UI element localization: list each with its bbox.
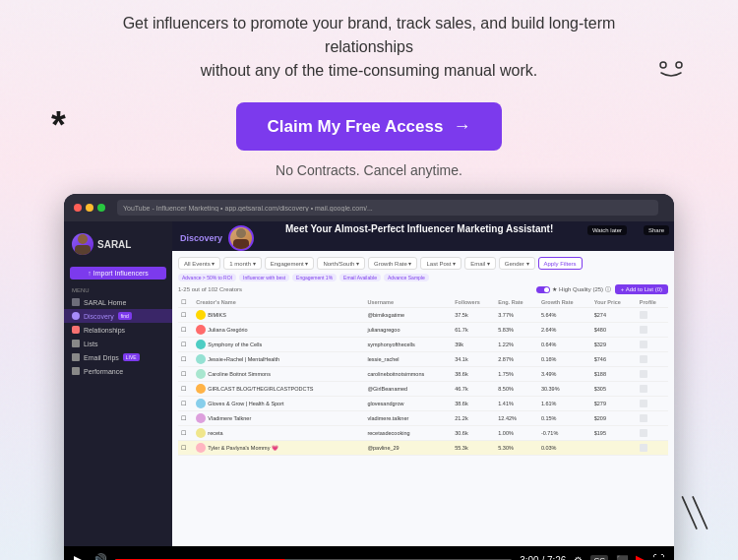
row-name: Gloves & Grow | Health & Sport <box>193 397 364 411</box>
row-price: $279 <box>591 397 637 411</box>
sidebar-item-performance[interactable]: Performance <box>64 364 172 378</box>
row-profile-action[interactable] <box>637 426 668 441</box>
row-eng-rate: 1.22% <box>495 338 538 352</box>
filter-gender[interactable]: Gender ▾ <box>499 257 535 270</box>
filter-last-post[interactable]: Last Post ▾ <box>420 257 461 270</box>
video-player[interactable]: YouTube - Influencer Marketing • app.get… <box>64 194 674 560</box>
cta-arrow: → <box>453 116 470 137</box>
row-username: julianagregoo <box>364 323 452 338</box>
svg-point-0 <box>660 62 666 68</box>
row-checkbox[interactable]: ☐ <box>178 352 193 367</box>
settings-icon[interactable]: ⚙ <box>574 555 583 561</box>
row-checkbox[interactable]: ☐ <box>178 411 193 426</box>
browser-chrome: YouTube - Influencer Marketing • app.get… <box>64 194 674 221</box>
no-contracts-text: No Contracts. Cancel anytime. <box>276 162 462 178</box>
row-username: carolineboitnotsimmons <box>364 367 452 382</box>
filter-1-month[interactable]: 1 month ▾ <box>223 257 261 270</box>
row-profile-action[interactable] <box>637 323 668 338</box>
col-profile: Profile <box>637 297 668 308</box>
pill-engagement: Engagement 1% <box>292 274 337 281</box>
table-header: ☐ Creator's Name Username Followers Eng.… <box>178 297 668 308</box>
row-checkbox[interactable]: ☐ <box>178 308 193 323</box>
app-sidebar: SARAL ↑ Import Influencers Menu SARAL Ho… <box>64 221 172 546</box>
row-name: Symphony of the Cells <box>193 338 364 352</box>
table-row: ☐ BIMIKS @bimiksgatime 37.5k 3.77% 5.64%… <box>178 308 668 323</box>
row-checkbox[interactable]: ☐ <box>178 338 193 352</box>
row-profile-action[interactable] <box>637 382 668 397</box>
table-area: All Events ▾ 1 month ▾ Engagement ▾ Nort… <box>172 251 674 546</box>
pill-best: Influencer with best <box>239 274 289 281</box>
section-title: Discovery <box>180 233 222 243</box>
row-checkbox[interactable]: ☐ <box>178 441 193 456</box>
watch-later-button[interactable]: Watch later <box>587 225 627 235</box>
row-profile-action[interactable] <box>637 397 668 411</box>
filter-all-events[interactable]: All Events ▾ <box>178 257 220 270</box>
row-name: Jessie+Rachel | MentalHealth <box>193 352 364 367</box>
sidebar-discovery-label: Discovery <box>84 313 114 320</box>
row-profile-action[interactable] <box>637 441 668 456</box>
row-price: $305 <box>591 382 637 397</box>
app-main: Discovery Meet Your Almost-Perfect Influ… <box>172 221 674 546</box>
row-profile-action[interactable] <box>637 367 668 382</box>
row-eng-rate: 12.42% <box>495 411 538 426</box>
close-button[interactable] <box>74 204 82 212</box>
apply-filters-button[interactable]: Apply Filters <box>538 257 583 270</box>
volume-icon[interactable]: 🔊 <box>92 553 107 560</box>
cc-badge[interactable]: CC <box>590 555 608 561</box>
row-name: Tyler & Pavlyna's Mommy 💗 <box>193 441 364 456</box>
share-button[interactable]: Share <box>644 225 669 235</box>
sidebar-lists-label: Lists <box>84 341 97 347</box>
cta-button[interactable]: Claim My Free Access → <box>236 102 503 151</box>
video-controls[interactable]: ▶ 🔊 3:00 / 7:26 ⚙ CC ⬛ ▶ ⛶ <box>64 546 674 560</box>
maximize-button[interactable] <box>97 204 105 212</box>
list-icon <box>72 340 80 347</box>
discovery-badge: find <box>118 312 132 320</box>
row-name: receta <box>193 426 364 441</box>
filter-region[interactable]: North/South ▾ <box>317 257 365 270</box>
row-checkbox[interactable]: ☐ <box>178 426 193 441</box>
table-row: ☐ Caroline Boitnot Simmons carolineboitn… <box>178 367 668 382</box>
row-price: $195 <box>591 426 637 441</box>
row-name: Caroline Boitnot Simmons <box>193 367 364 382</box>
filter-engagement[interactable]: Engagement ▾ <box>265 257 315 270</box>
filter-email[interactable]: Email ▾ <box>464 257 496 270</box>
sidebar-item-discovery[interactable]: Discovery find <box>64 309 172 323</box>
app-heading-row: Discovery Meet Your Almost-Perfect Influ… <box>172 221 674 251</box>
table-row: ☐ Vladimere Talkner vladimere.talkner 21… <box>178 411 668 426</box>
pill-roi: Advance > 50% to ROI <box>178 274 236 281</box>
filter-growth[interactable]: Growth Rate ▾ <box>368 257 417 270</box>
row-profile-action[interactable] <box>637 338 668 352</box>
app-screenshot: SARAL ↑ Import Influencers Menu SARAL Ho… <box>64 221 674 546</box>
sidebar-item-email-drips[interactable]: Email Drips LIVE <box>64 350 172 364</box>
row-eng-rate: 1.41% <box>495 397 538 411</box>
high-quality-toggle[interactable]: ★ High Quality (25) ⓘ <box>536 285 610 294</box>
row-growth-rate: 30.39% <box>538 382 591 397</box>
import-button[interactable]: ↑ Import Influencers <box>70 267 166 280</box>
pill-email: Email Available <box>339 274 381 281</box>
sidebar-item-relationships[interactable]: Relationships <box>64 323 172 337</box>
row-profile-action[interactable] <box>637 352 668 367</box>
video-title: Meet Your Almost-Perfect Influencer Mark… <box>285 223 556 234</box>
row-price: $274 <box>591 308 637 323</box>
row-profile-action[interactable] <box>637 308 668 323</box>
row-profile-action[interactable] <box>637 411 668 426</box>
toggle-switch[interactable] <box>536 286 550 293</box>
row-checkbox[interactable]: ☐ <box>178 367 193 382</box>
minimize-button[interactable] <box>86 204 93 212</box>
play-button[interactable]: ▶ <box>74 552 85 560</box>
row-eng-rate: 3.77% <box>495 308 538 323</box>
row-price: $329 <box>591 338 637 352</box>
sidebar-item-home[interactable]: SARAL Home <box>64 295 172 309</box>
row-growth-rate: 0.16% <box>538 352 591 367</box>
headline-line1: Get influencers to promote your brand, t… <box>123 15 616 55</box>
col-price: Your Price <box>591 297 637 308</box>
fullscreen-button[interactable]: ⛶ <box>652 553 664 560</box>
add-to-list-button[interactable]: + Add to List (0) <box>615 284 668 294</box>
row-checkbox[interactable]: ☐ <box>178 397 193 411</box>
row-checkbox[interactable]: ☐ <box>178 323 193 338</box>
row-checkbox[interactable]: ☐ <box>178 382 193 397</box>
row-growth-rate: 3.49% <box>538 367 591 382</box>
url-bar[interactable]: YouTube - Influencer Marketing • app.get… <box>117 200 658 216</box>
col-checkbox: ☐ <box>178 297 193 308</box>
sidebar-item-lists[interactable]: Lists <box>64 337 172 350</box>
